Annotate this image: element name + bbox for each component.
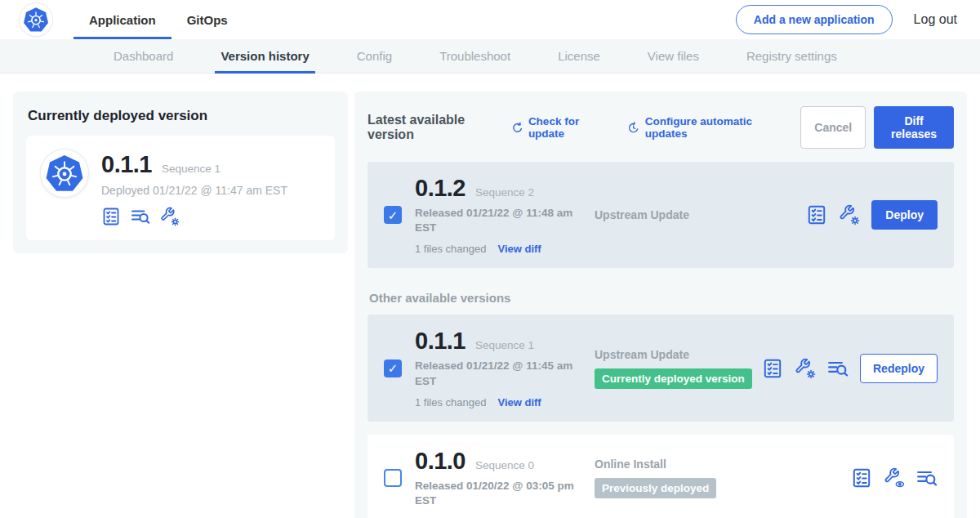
preflight-checklist-icon[interactable] [851, 467, 872, 489]
version-actions: Deploy [806, 200, 938, 230]
deployed-icon-row [101, 207, 287, 226]
other-available-versions-title: Other available versions [369, 291, 952, 305]
subnav-item-registry-settings[interactable]: Registry settings [723, 39, 861, 73]
redeploy-button[interactable]: Redeploy [860, 354, 938, 383]
files-changed-label: 1 files changed [415, 396, 486, 409]
deploy-logs-icon[interactable] [131, 207, 150, 226]
deployed-version-card: 0.1.1 Sequence 1 Deployed 01/21/22 @ 11:… [26, 136, 335, 240]
version-source: Upstream Update Currently deployed versi… [595, 348, 752, 389]
logout-button[interactable]: Log out [914, 12, 957, 27]
version-actions [851, 467, 938, 489]
config-wrench-eye-icon[interactable] [884, 467, 905, 489]
sub-nav: Dashboard Version history Config Trouble… [0, 39, 980, 74]
config-wrench-gear-icon[interactable] [839, 204, 860, 226]
check-icon: ✓ [388, 362, 399, 374]
subnav-item-dashboard[interactable]: Dashboard [90, 39, 197, 73]
version-info: 0.1.2 Sequence 2 Released 01/21/22 @ 11:… [415, 175, 588, 255]
available-versions-header: Latest available version Check for updat… [368, 106, 954, 149]
top-nav-right: Add a new application Log out [736, 5, 957, 34]
main-content: Currently deployed version 0.1.1 Sequenc… [0, 74, 980, 518]
sequence-label: Sequence 0 [475, 459, 534, 471]
auto-update-clock-icon [627, 121, 639, 135]
version-source: Upstream Update [595, 208, 796, 221]
preflight-checklist-icon[interactable] [762, 358, 783, 379]
configure-automatic-updates-label: Configure automatic updates [645, 115, 783, 140]
subnav-item-license[interactable]: License [534, 39, 624, 73]
version-number: 0.1.0 [415, 448, 466, 475]
config-wrench-gear-icon[interactable] [160, 207, 180, 226]
top-nav: Application GitOps Add a new application… [0, 0, 980, 39]
deployed-version-number: 0.1.1 [101, 151, 152, 178]
currently-deployed-badge: Currently deployed version [595, 368, 752, 389]
deploy-logs-icon[interactable] [916, 467, 938, 489]
tab-gitops[interactable]: GitOps [172, 0, 243, 39]
deploy-logs-icon[interactable] [827, 358, 849, 379]
configure-automatic-updates-button[interactable]: Configure automatic updates [627, 115, 782, 140]
version-source: Online Install Previously deployed [595, 458, 841, 498]
version-number: 0.1.1 [415, 328, 466, 355]
version-actions: Redeploy [762, 354, 938, 383]
check-for-update-button[interactable]: Check for update [511, 115, 610, 140]
check-for-update-label: Check for update [528, 115, 609, 140]
tab-gitops-label: GitOps [187, 13, 228, 27]
top-nav-tabs: Application GitOps [74, 0, 243, 39]
currently-deployed-panel: Currently deployed version 0.1.1 Sequenc… [13, 92, 348, 253]
config-wrench-gear-icon[interactable] [795, 358, 816, 379]
latest-available-title: Latest available version [368, 113, 501, 142]
deployed-version-info: 0.1.1 Sequence 1 Deployed 01/21/22 @ 11:… [101, 150, 287, 226]
kubernetes-logo [20, 3, 52, 36]
files-changed-label: 1 files changed [415, 243, 486, 255]
version-number: 0.1.2 [415, 175, 466, 202]
view-diff-link[interactable]: View diff [497, 243, 541, 255]
tab-application[interactable]: Application [74, 0, 172, 39]
source-label: Upstream Update [595, 208, 796, 221]
version-card-0-1-0: 0.1.0 Sequence 0 Released 01/20/22 @ 03:… [368, 435, 954, 518]
add-application-button[interactable]: Add a new application [736, 5, 893, 34]
app-icon-badge [41, 150, 88, 197]
subnav-item-config[interactable]: Config [333, 39, 416, 73]
version-checkbox[interactable]: ✓ [384, 206, 402, 224]
preflight-checklist-icon[interactable] [101, 207, 121, 226]
currently-deployed-title: Currently deployed version [28, 108, 333, 124]
refresh-icon [511, 121, 523, 135]
preflight-checklist-icon[interactable] [806, 204, 827, 226]
diff-releases-button[interactable]: Diff releases [874, 106, 954, 149]
version-card-0-1-2: ✓ 0.1.2 Sequence 2 Released 01/21/22 @ 1… [368, 162, 954, 268]
sequence-label: Sequence 1 [475, 339, 534, 351]
version-info: 0.1.0 Sequence 0 Released 01/20/22 @ 03:… [415, 448, 588, 508]
deploy-button[interactable]: Deploy [871, 200, 938, 230]
source-label: Upstream Update [595, 348, 752, 361]
kubernetes-icon [45, 154, 84, 193]
header-actions: Cancel Diff releases [800, 106, 954, 149]
version-card-0-1-1: ✓ 0.1.1 Sequence 1 Released 01/21/22 @ 1… [368, 315, 954, 421]
version-checkbox[interactable] [384, 469, 402, 487]
released-timestamp: Released 01/20/22 @ 03:05 pm EST [415, 479, 575, 508]
sequence-label: Sequence 2 [475, 186, 534, 199]
subnav-item-troubleshoot[interactable]: Troubleshoot [416, 39, 534, 73]
previously-deployed-badge: Previously deployed [595, 478, 716, 498]
version-checkbox[interactable]: ✓ [384, 359, 402, 377]
cancel-button[interactable]: Cancel [800, 106, 866, 149]
subnav-item-version-history[interactable]: Version history [197, 39, 332, 73]
released-timestamp: Released 01/21/22 @ 11:45 am EST [415, 359, 575, 388]
check-icon: ✓ [388, 209, 399, 221]
released-timestamp: Released 01/21/22 @ 11:48 am EST [415, 206, 575, 235]
view-diff-link[interactable]: View diff [497, 396, 541, 409]
deployed-sequence-label: Sequence 1 [162, 163, 220, 175]
version-info: 0.1.1 Sequence 1 Released 01/21/22 @ 11:… [415, 328, 588, 408]
source-label: Online Install [595, 458, 841, 471]
available-versions-panel: Latest available version Check for updat… [354, 92, 967, 518]
deployed-timestamp: Deployed 01/21/22 @ 11:47 am EST [101, 184, 287, 197]
tab-application-label: Application [89, 13, 156, 27]
subnav-item-view-files[interactable]: View files [624, 39, 723, 73]
kubernetes-icon [23, 7, 49, 33]
